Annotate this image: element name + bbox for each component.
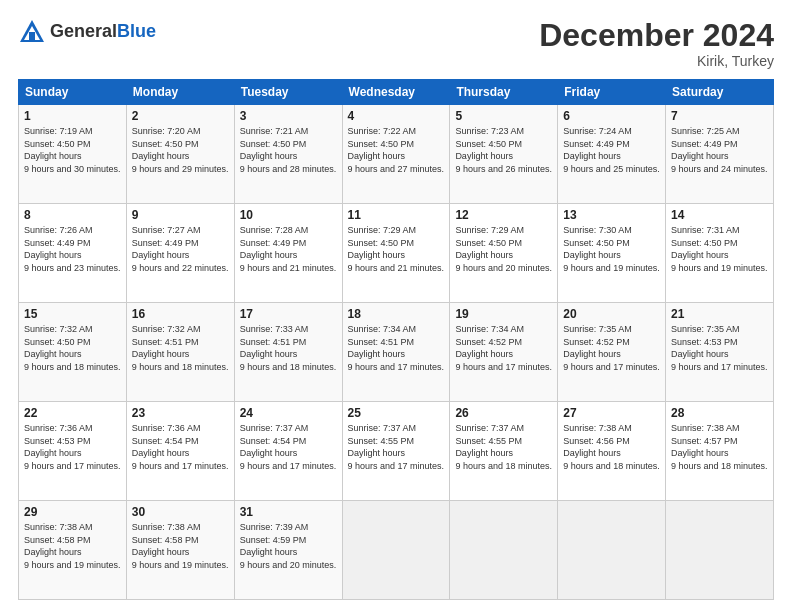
table-row: 28Sunrise: 7:38 AMSunset: 4:57 PMDayligh… [666, 402, 774, 501]
col-thursday: Thursday [450, 80, 558, 105]
day-number: 19 [455, 307, 552, 321]
table-row: 15Sunrise: 7:32 AMSunset: 4:50 PMDayligh… [19, 303, 127, 402]
day-info: Sunrise: 7:26 AMSunset: 4:49 PMDaylight … [24, 225, 121, 273]
day-info: Sunrise: 7:30 AMSunset: 4:50 PMDaylight … [563, 225, 660, 273]
col-saturday: Saturday [666, 80, 774, 105]
page: GeneralBlue December 2024 Kirik, Turkey … [0, 0, 792, 612]
day-info: Sunrise: 7:37 AMSunset: 4:55 PMDaylight … [348, 423, 445, 471]
day-info: Sunrise: 7:20 AMSunset: 4:50 PMDaylight … [132, 126, 229, 174]
day-number: 2 [132, 109, 229, 123]
day-info: Sunrise: 7:35 AMSunset: 4:53 PMDaylight … [671, 324, 768, 372]
month-title: December 2024 [539, 18, 774, 53]
day-info: Sunrise: 7:33 AMSunset: 4:51 PMDaylight … [240, 324, 337, 372]
day-info: Sunrise: 7:32 AMSunset: 4:51 PMDaylight … [132, 324, 229, 372]
day-number: 23 [132, 406, 229, 420]
day-info: Sunrise: 7:36 AMSunset: 4:54 PMDaylight … [132, 423, 229, 471]
location: Kirik, Turkey [539, 53, 774, 69]
table-row: 5Sunrise: 7:23 AMSunset: 4:50 PMDaylight… [450, 105, 558, 204]
day-info: Sunrise: 7:35 AMSunset: 4:52 PMDaylight … [563, 324, 660, 372]
day-number: 5 [455, 109, 552, 123]
col-sunday: Sunday [19, 80, 127, 105]
table-row: 11Sunrise: 7:29 AMSunset: 4:50 PMDayligh… [342, 204, 450, 303]
day-number: 13 [563, 208, 660, 222]
header: GeneralBlue December 2024 Kirik, Turkey [18, 18, 774, 69]
calendar: Sunday Monday Tuesday Wednesday Thursday… [18, 79, 774, 600]
table-row: 13Sunrise: 7:30 AMSunset: 4:50 PMDayligh… [558, 204, 666, 303]
day-info: Sunrise: 7:34 AMSunset: 4:51 PMDaylight … [348, 324, 445, 372]
day-info: Sunrise: 7:25 AMSunset: 4:49 PMDaylight … [671, 126, 768, 174]
day-number: 24 [240, 406, 337, 420]
day-number: 8 [24, 208, 121, 222]
day-number: 28 [671, 406, 768, 420]
table-row: 26Sunrise: 7:37 AMSunset: 4:55 PMDayligh… [450, 402, 558, 501]
table-row [666, 501, 774, 600]
table-row: 29Sunrise: 7:38 AMSunset: 4:58 PMDayligh… [19, 501, 127, 600]
table-row: 20Sunrise: 7:35 AMSunset: 4:52 PMDayligh… [558, 303, 666, 402]
col-tuesday: Tuesday [234, 80, 342, 105]
title-area: December 2024 Kirik, Turkey [539, 18, 774, 69]
day-number: 17 [240, 307, 337, 321]
logo-text: GeneralBlue [50, 22, 156, 42]
table-row: 17Sunrise: 7:33 AMSunset: 4:51 PMDayligh… [234, 303, 342, 402]
table-row: 16Sunrise: 7:32 AMSunset: 4:51 PMDayligh… [126, 303, 234, 402]
table-row [558, 501, 666, 600]
day-number: 3 [240, 109, 337, 123]
day-number: 14 [671, 208, 768, 222]
day-number: 12 [455, 208, 552, 222]
day-number: 20 [563, 307, 660, 321]
day-number: 25 [348, 406, 445, 420]
day-info: Sunrise: 7:27 AMSunset: 4:49 PMDaylight … [132, 225, 229, 273]
table-row: 6Sunrise: 7:24 AMSunset: 4:49 PMDaylight… [558, 105, 666, 204]
day-info: Sunrise: 7:28 AMSunset: 4:49 PMDaylight … [240, 225, 337, 273]
logo: GeneralBlue [18, 18, 156, 46]
day-number: 26 [455, 406, 552, 420]
col-monday: Monday [126, 80, 234, 105]
day-number: 31 [240, 505, 337, 519]
day-number: 15 [24, 307, 121, 321]
table-row [342, 501, 450, 600]
day-info: Sunrise: 7:19 AMSunset: 4:50 PMDaylight … [24, 126, 121, 174]
day-info: Sunrise: 7:39 AMSunset: 4:59 PMDaylight … [240, 522, 337, 570]
day-info: Sunrise: 7:36 AMSunset: 4:53 PMDaylight … [24, 423, 121, 471]
day-info: Sunrise: 7:22 AMSunset: 4:50 PMDaylight … [348, 126, 445, 174]
logo-blue: Blue [117, 21, 156, 41]
table-row: 4Sunrise: 7:22 AMSunset: 4:50 PMDaylight… [342, 105, 450, 204]
day-info: Sunrise: 7:38 AMSunset: 4:57 PMDaylight … [671, 423, 768, 471]
day-info: Sunrise: 7:38 AMSunset: 4:58 PMDaylight … [132, 522, 229, 570]
table-row: 30Sunrise: 7:38 AMSunset: 4:58 PMDayligh… [126, 501, 234, 600]
day-info: Sunrise: 7:31 AMSunset: 4:50 PMDaylight … [671, 225, 768, 273]
day-info: Sunrise: 7:29 AMSunset: 4:50 PMDaylight … [348, 225, 445, 273]
calendar-table: Sunday Monday Tuesday Wednesday Thursday… [18, 79, 774, 600]
day-info: Sunrise: 7:21 AMSunset: 4:50 PMDaylight … [240, 126, 337, 174]
day-info: Sunrise: 7:24 AMSunset: 4:49 PMDaylight … [563, 126, 660, 174]
col-friday: Friday [558, 80, 666, 105]
table-row: 19Sunrise: 7:34 AMSunset: 4:52 PMDayligh… [450, 303, 558, 402]
table-row: 8Sunrise: 7:26 AMSunset: 4:49 PMDaylight… [19, 204, 127, 303]
day-number: 11 [348, 208, 445, 222]
table-row: 25Sunrise: 7:37 AMSunset: 4:55 PMDayligh… [342, 402, 450, 501]
table-row: 7Sunrise: 7:25 AMSunset: 4:49 PMDaylight… [666, 105, 774, 204]
table-row: 24Sunrise: 7:37 AMSunset: 4:54 PMDayligh… [234, 402, 342, 501]
table-row: 23Sunrise: 7:36 AMSunset: 4:54 PMDayligh… [126, 402, 234, 501]
day-info: Sunrise: 7:38 AMSunset: 4:58 PMDaylight … [24, 522, 121, 570]
table-row: 2Sunrise: 7:20 AMSunset: 4:50 PMDaylight… [126, 105, 234, 204]
day-number: 27 [563, 406, 660, 420]
day-number: 30 [132, 505, 229, 519]
table-row: 31Sunrise: 7:39 AMSunset: 4:59 PMDayligh… [234, 501, 342, 600]
day-info: Sunrise: 7:29 AMSunset: 4:50 PMDaylight … [455, 225, 552, 273]
day-number: 4 [348, 109, 445, 123]
table-row: 22Sunrise: 7:36 AMSunset: 4:53 PMDayligh… [19, 402, 127, 501]
day-number: 22 [24, 406, 121, 420]
table-row: 27Sunrise: 7:38 AMSunset: 4:56 PMDayligh… [558, 402, 666, 501]
table-row: 3Sunrise: 7:21 AMSunset: 4:50 PMDaylight… [234, 105, 342, 204]
day-number: 21 [671, 307, 768, 321]
table-row: 18Sunrise: 7:34 AMSunset: 4:51 PMDayligh… [342, 303, 450, 402]
day-info: Sunrise: 7:32 AMSunset: 4:50 PMDaylight … [24, 324, 121, 372]
logo-general: General [50, 21, 117, 41]
day-info: Sunrise: 7:34 AMSunset: 4:52 PMDaylight … [455, 324, 552, 372]
table-row: 9Sunrise: 7:27 AMSunset: 4:49 PMDaylight… [126, 204, 234, 303]
day-number: 1 [24, 109, 121, 123]
day-number: 7 [671, 109, 768, 123]
day-info: Sunrise: 7:38 AMSunset: 4:56 PMDaylight … [563, 423, 660, 471]
logo-icon [18, 18, 46, 46]
